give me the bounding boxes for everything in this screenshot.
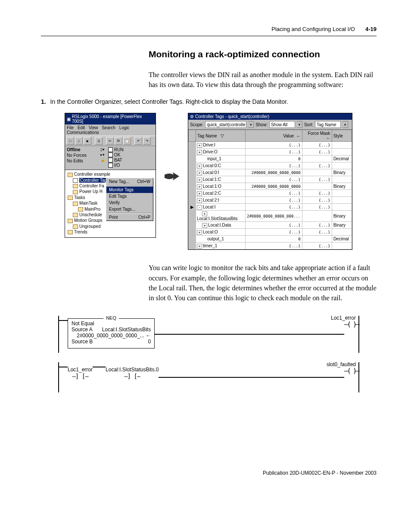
table-row[interactable]: +Drive:I{...}{...} bbox=[189, 142, 352, 149]
col-tagname[interactable]: Tag Name ▽ bbox=[196, 130, 246, 142]
titlebar: ⚙ Controller Tags - quick_start(controll… bbox=[188, 113, 352, 120]
coil-label: Loc1_error bbox=[331, 315, 356, 321]
neq-srcA-under: 2#0000_0000_0000_0000_... bbox=[77, 333, 144, 339]
table-row[interactable]: +Local:1:O2#0000_0000_0000_0000Binary bbox=[189, 183, 352, 190]
run-checkbox[interactable] bbox=[108, 147, 113, 152]
ctx-edit-tags[interactable]: Edit Tags bbox=[106, 193, 153, 199]
contact-label: Local:I.SlotStatusBits.0 bbox=[106, 367, 159, 373]
rslogix-window: ▣ RSLogix 5000 - example [PowerFlex 700S… bbox=[65, 113, 156, 238]
tags-table[interactable]: Tag Name ▽ Value ← Force Mask ← Style +D… bbox=[188, 130, 352, 249]
table-row[interactable]: +Local:0:C{...}{...} bbox=[189, 162, 352, 169]
menu-logic[interactable]: Logic bbox=[119, 125, 130, 130]
col-value[interactable]: Value ← bbox=[246, 130, 302, 142]
cut-icon[interactable]: ✂ bbox=[106, 137, 114, 145]
ctx-export[interactable]: Export Tags... bbox=[106, 206, 153, 212]
sort-label: Sort: bbox=[304, 122, 313, 127]
table-row[interactable]: +Local:I.SlotStatusBits2#0000_0000_0000_… bbox=[189, 211, 352, 222]
chapter-title: Placing and Configuring Local I/O bbox=[271, 26, 355, 32]
rung-1: NEQ Not Equal Source ALocal:I.SlotStatus… bbox=[58, 316, 359, 353]
paste-icon[interactable]: 📋 bbox=[123, 137, 131, 145]
status-offline: Offline bbox=[67, 147, 81, 152]
screenshot-row: ▣ RSLogix 5000 - example [PowerFlex 700S… bbox=[65, 113, 377, 250]
status-panel: Offline No Forces No Edits ▯▾ ▸▾ 🔒 RUN O… bbox=[65, 146, 156, 170]
rung-2: Loc1_error ―] [― Local:I.SlotStatusBits.… bbox=[58, 362, 359, 392]
bat-checkbox[interactable] bbox=[108, 158, 113, 162]
table-row[interactable]: ▶-Local:I{...}{...} bbox=[189, 204, 352, 211]
table-row[interactable]: +Local:0:I2#0000_0000_0000_0000Binary bbox=[189, 169, 352, 176]
table-row[interactable]: +Drive:O{...}{...} bbox=[189, 149, 352, 156]
redo-icon[interactable]: ↷ bbox=[143, 137, 151, 145]
table-row[interactable]: +Local:2:I{...}{...} bbox=[189, 197, 352, 204]
contact-icon: ―] [― bbox=[124, 373, 140, 380]
copy-icon[interactable]: ⧉ bbox=[115, 137, 122, 145]
bat-label: BAT bbox=[114, 158, 122, 162]
table-row[interactable]: +Local:1:C{...}{...} bbox=[189, 176, 352, 183]
sort-select[interactable]: Tag Name bbox=[315, 121, 341, 128]
intro-paragraph: The controller views the DIN rail as ano… bbox=[149, 70, 377, 90]
body-paragraph-2: You can write logic to monitor the rack … bbox=[149, 263, 377, 303]
undo-icon[interactable]: ↶ bbox=[134, 137, 142, 145]
header-rule bbox=[41, 36, 377, 36]
ctx-monitor-tags[interactable]: Monitor Tags bbox=[106, 187, 153, 193]
open-icon[interactable]: ⌂ bbox=[75, 137, 83, 145]
back-arrow-icon: ← bbox=[146, 333, 151, 339]
save-icon[interactable]: ■ bbox=[84, 137, 91, 145]
table-row[interactable]: input_10Decimal bbox=[189, 156, 352, 162]
chevron-down-icon[interactable]: ▼ bbox=[297, 121, 302, 128]
coil-icon: ―( )― bbox=[344, 367, 358, 375]
show-label: Show: bbox=[255, 122, 268, 127]
menu-file[interactable]: File bbox=[67, 125, 74, 130]
menubar[interactable]: File Edit View Search Logic Communicatio… bbox=[65, 124, 156, 136]
neq-srcB-value: 0 bbox=[148, 339, 151, 345]
io-checkbox[interactable] bbox=[108, 163, 113, 168]
lock-icon: 🔒 bbox=[100, 158, 108, 162]
menu-edit[interactable]: Edit bbox=[78, 125, 85, 130]
controller-organizer[interactable]: Controller example Controller Tags Contr… bbox=[65, 170, 156, 237]
print-icon[interactable]: ⎙ bbox=[95, 137, 103, 145]
table-row[interactable]: +Local:2:C{...}{...} bbox=[189, 190, 352, 197]
app-icon: ▣ bbox=[67, 117, 71, 121]
table-row[interactable]: +Local:I.Data{...}{...}Binary bbox=[189, 222, 352, 229]
step-text: In the Controller Organizer, select Cont… bbox=[50, 98, 288, 105]
neq-instruction: NEQ Not Equal Source ALocal:I.SlotStatus… bbox=[68, 318, 155, 348]
status-noedits: No Edits bbox=[67, 159, 100, 163]
status-noforces: No Forces bbox=[67, 153, 100, 158]
col-style[interactable]: Style bbox=[332, 130, 352, 142]
new-icon[interactable]: □ bbox=[66, 137, 74, 145]
ok-label: OK bbox=[114, 152, 120, 157]
menu-search[interactable]: Search bbox=[102, 125, 115, 130]
toolbar: □ ⌂ ■ ⎙ ✂ ⧉ 📋 ↶ ↷ bbox=[65, 136, 156, 146]
menu-view[interactable]: View bbox=[89, 125, 98, 130]
coil-icon: ―( )― bbox=[344, 320, 358, 328]
col-force[interactable]: Force Mask ← bbox=[302, 130, 332, 142]
ctx-verify[interactable]: Verify bbox=[106, 199, 153, 206]
chevron-down-icon[interactable]: ▼ bbox=[248, 121, 254, 128]
chevron-down-icon[interactable]: ▼ bbox=[342, 121, 348, 128]
scope-label: Scope: bbox=[190, 122, 203, 127]
coil-slot0faulted: slot0_faulted ―( )― bbox=[344, 367, 358, 388]
ctx-new-tag[interactable]: New Tag...Ctrl+W bbox=[106, 178, 153, 185]
context-menu[interactable]: New Tag...Ctrl+W Monitor Tags Edit Tags … bbox=[106, 178, 153, 221]
controller-tags-window: ⚙ Controller Tags - quick_start(controll… bbox=[188, 113, 352, 250]
menu-comm[interactable]: Communications bbox=[67, 130, 99, 135]
contact-loc1error: Loc1_error ―] [― bbox=[68, 367, 93, 388]
col-pointer bbox=[189, 130, 196, 142]
ladder-diagram: NEQ Not Equal Source ALocal:I.SlotStatus… bbox=[58, 316, 359, 392]
tree-controller[interactable]: Controller example bbox=[66, 171, 155, 177]
tree-trends[interactable]: Trends bbox=[66, 229, 155, 235]
page-header: Placing and Configuring Local I/O 4-19 bbox=[41, 26, 377, 32]
table-row[interactable]: output_10Decimal bbox=[189, 236, 352, 243]
step-number: 1. bbox=[41, 98, 46, 105]
key-icon: ▯▾ bbox=[100, 147, 108, 152]
arrow-icon bbox=[164, 171, 180, 184]
ctx-print[interactable]: PrintCtrl+P bbox=[106, 214, 153, 221]
ok-checkbox[interactable] bbox=[108, 152, 113, 157]
coil-label: slot0_faulted bbox=[327, 361, 356, 367]
tree-ungrouped[interactable]: Ungrouped bbox=[66, 224, 155, 229]
titlebar: ▣ RSLogix 5000 - example [PowerFlex 700S… bbox=[65, 113, 156, 124]
table-row[interactable]: +timer_1{...}{...} bbox=[189, 243, 352, 249]
show-select[interactable]: Show All bbox=[269, 121, 295, 128]
table-row[interactable]: +Local:O{...}{...} bbox=[189, 229, 352, 236]
neq-srcA-value: Local:I.SlotStatusBits bbox=[102, 327, 151, 333]
scope-select[interactable]: quick_start(controlle bbox=[205, 121, 246, 128]
